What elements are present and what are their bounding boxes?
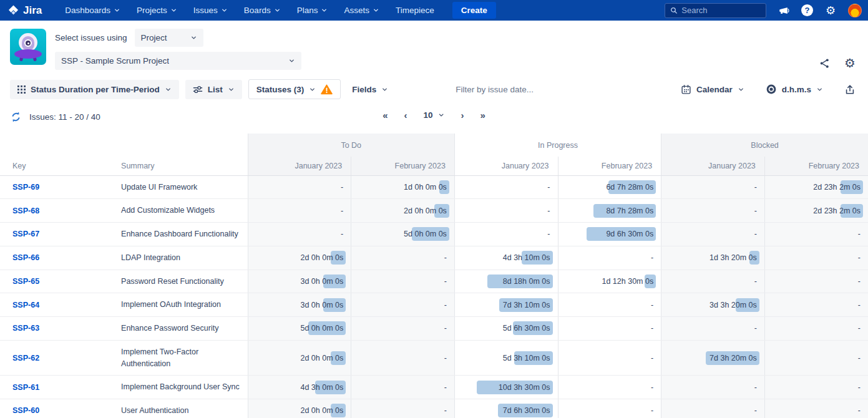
- duration-value: 5d 6h 30m 0s: [503, 324, 550, 333]
- column-header-period: February 2023: [351, 157, 455, 175]
- duration-cell: 3d 0h 0m 0s: [248, 270, 351, 293]
- prev-page-button[interactable]: ‹: [404, 110, 407, 120]
- duration-cell: -: [764, 317, 868, 341]
- search-icon: [670, 6, 677, 14]
- status-group-blocked: Blocked: [661, 134, 868, 157]
- navbar-search[interactable]: [665, 3, 766, 18]
- duration-cell: 8d 18h 0m 0s: [454, 270, 558, 293]
- column-header-period: February 2023: [764, 157, 868, 175]
- duration-value: -: [754, 277, 757, 286]
- duration-cell: 7d 3h 10m 0s: [454, 293, 558, 317]
- refresh-icon[interactable]: [10, 111, 22, 123]
- first-page-button[interactable]: «: [383, 110, 388, 120]
- issue-key-link[interactable]: SSP-65: [12, 277, 39, 286]
- table-row: SSP-66LDAP Integration2d 0h 0m 0s-4d 3h …: [0, 246, 868, 270]
- calendar-icon: [681, 84, 691, 95]
- duration-value: -: [651, 354, 653, 362]
- duration-value: 8d 18h 0m 0s: [503, 277, 550, 286]
- settings-gear-icon[interactable]: ⚙: [823, 3, 838, 18]
- table-row: SSP-63Enhance Password Security5d 0h 0m …: [0, 317, 868, 341]
- duration-cell: -: [661, 199, 765, 223]
- table-row: SSP-68Add Customizable Widgets-2d 0h 0m …: [0, 199, 868, 223]
- share-icon[interactable]: [819, 57, 831, 69]
- report-settings-gear-icon[interactable]: ⚙: [844, 57, 856, 69]
- issue-summary: Implement OAuth Integration: [119, 293, 248, 317]
- select-issues-label: Select issues using: [55, 33, 127, 42]
- duration-cell: -: [661, 270, 765, 293]
- duration-value: -: [754, 383, 757, 392]
- duration-value: 1d 12h 30m 0s: [602, 277, 653, 286]
- duration-cell: -: [351, 340, 455, 376]
- duration-format-dropdown[interactable]: d.h.m.s: [758, 79, 831, 100]
- duration-value: -: [444, 301, 447, 309]
- list-settings-icon: [193, 85, 203, 94]
- duration-value: -: [444, 354, 447, 362]
- chevron-down-icon: [228, 86, 235, 93]
- nav-timepiece[interactable]: Timepiece: [389, 1, 441, 19]
- issue-key-link[interactable]: SSP-67: [12, 230, 39, 238]
- chevron-down-icon: [165, 86, 172, 93]
- table-row: SSP-62Implement Two-Factor Authenticatio…: [0, 340, 868, 376]
- report-type-dropdown[interactable]: Status Duration per Time-Period: [10, 80, 179, 99]
- user-avatar[interactable]: [848, 4, 862, 17]
- help-icon[interactable]: ?: [801, 4, 813, 16]
- announcement-icon[interactable]: [776, 3, 791, 18]
- duration-value: -: [858, 301, 861, 309]
- issue-summary: Implement Background User Sync: [119, 376, 248, 399]
- nav-issues[interactable]: Issues: [187, 1, 235, 19]
- export-icon[interactable]: [842, 84, 858, 95]
- issue-summary: Enhance Dashboard Functionality: [119, 223, 248, 246]
- duration-value: -: [444, 406, 447, 415]
- duration-value: -: [858, 383, 861, 392]
- duration-value: -: [341, 183, 343, 192]
- issue-date-filter-input[interactable]: [456, 85, 673, 94]
- jira-logo[interactable]: Jira: [7, 4, 42, 17]
- duration-value: -: [858, 230, 861, 238]
- issue-key-link[interactable]: SSP-68: [12, 207, 39, 215]
- statuses-dropdown[interactable]: Statuses (3): [248, 79, 341, 99]
- duration-cell: -: [764, 340, 868, 376]
- duration-cell: -: [248, 175, 351, 199]
- issue-summary: Implement Two-Factor Authentication: [119, 340, 248, 376]
- duration-cell: -: [454, 175, 558, 199]
- duration-cell: 2d 23h 2m 0s: [764, 175, 868, 199]
- issue-key-link[interactable]: SSP-62: [12, 354, 39, 362]
- duration-value: -: [444, 324, 447, 333]
- nav-assets[interactable]: Assets: [337, 1, 386, 19]
- create-button[interactable]: Create: [452, 2, 496, 19]
- duration-value: -: [858, 354, 861, 362]
- view-mode-dropdown[interactable]: List: [185, 80, 242, 99]
- nav-projects[interactable]: Projects: [130, 1, 184, 19]
- issue-key-link[interactable]: SSP-63: [12, 324, 39, 333]
- project-dropdown[interactable]: SSP - Sample Scrum Project: [55, 52, 301, 70]
- nav-dashboards[interactable]: Dashboards: [58, 1, 127, 19]
- duration-value: -: [754, 207, 757, 215]
- page-size-dropdown[interactable]: 10: [423, 110, 444, 120]
- issue-key-link[interactable]: SSP-64: [12, 301, 39, 309]
- issue-source-dropdown[interactable]: Project: [135, 29, 203, 47]
- fields-dropdown[interactable]: Fields: [344, 80, 396, 99]
- last-page-button[interactable]: »: [480, 110, 485, 120]
- duration-cell: -: [764, 376, 868, 399]
- issue-key-link[interactable]: SSP-66: [12, 253, 39, 262]
- duration-value: 1d 3h 20m 0s: [710, 253, 757, 262]
- duration-value: -: [444, 253, 447, 262]
- nav-plans[interactable]: Plans: [290, 1, 335, 19]
- chevron-down-icon: [373, 7, 379, 14]
- search-input[interactable]: [681, 6, 761, 15]
- next-page-button[interactable]: ›: [461, 110, 464, 120]
- duration-value: 3d 3h 20m 0s: [710, 301, 757, 309]
- grid-icon: [17, 85, 26, 94]
- table-row: SSP-64Implement OAuth Integration3d 0h 0…: [0, 293, 868, 317]
- duration-cell: -: [661, 376, 765, 399]
- issue-key-link[interactable]: SSP-61: [12, 383, 39, 392]
- duration-value: 6d 7h 28m 0s: [606, 183, 653, 192]
- duration-cell: -: [764, 399, 868, 418]
- calendar-dropdown[interactable]: Calendar: [673, 79, 752, 100]
- nav-boards[interactable]: Boards: [237, 1, 288, 19]
- jira-logo-icon: [7, 4, 19, 16]
- issue-key-link[interactable]: SSP-60: [12, 406, 39, 415]
- duration-cell: -: [661, 399, 765, 418]
- clock-icon: [766, 84, 777, 95]
- issue-key-link[interactable]: SSP-69: [12, 183, 39, 192]
